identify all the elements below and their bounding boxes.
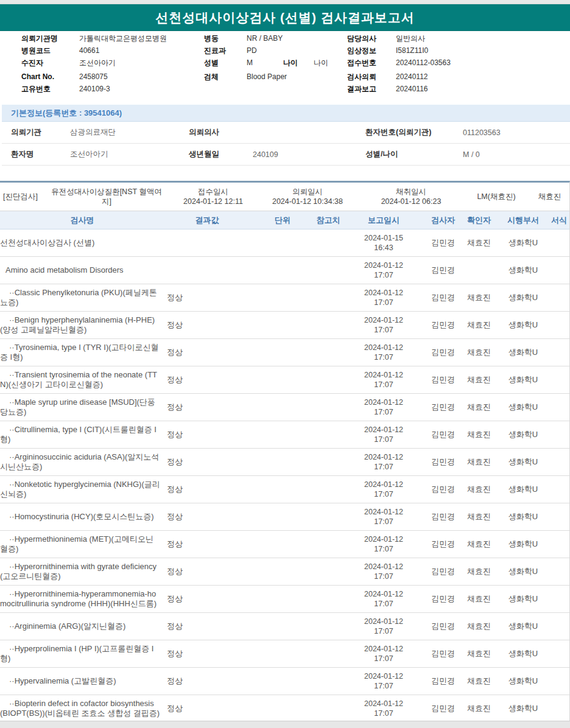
- info-label: 진료과: [204, 46, 247, 56]
- horizontal-scrollbar[interactable]: [0, 721, 570, 728]
- report-datetime-cell: 2024-01-1217:07: [341, 370, 426, 390]
- info-value: 20240112-03563: [396, 58, 451, 67]
- report-datetime-cell: 2024-01-1217:07: [341, 617, 426, 636]
- table-row: ··Maple syrup urine disease [MSUD](단풍당뇨증…: [0, 394, 569, 421]
- result-value-cell: 정상: [164, 374, 250, 385]
- tester-cell: 김민경: [426, 539, 460, 550]
- info-field: 검사의뢰20240112: [347, 71, 451, 83]
- tester-cell: 김민경: [426, 566, 460, 577]
- report-date: 2024-01-12: [341, 452, 426, 462]
- report-datetime-cell: 2024-01-1217:07: [341, 671, 426, 691]
- report-time: 17:07: [341, 298, 426, 307]
- column-header-department: 시행부서: [498, 215, 548, 226]
- report-time: 17:07: [341, 681, 426, 691]
- info-field: 담당의사일반의사: [347, 32, 451, 44]
- department-cell: 생화학U: [498, 237, 548, 248]
- report-time: 17:07: [341, 517, 426, 527]
- basic-info-label: 환자명: [11, 144, 34, 165]
- receive-datetime-label: 접수일시: [198, 187, 228, 197]
- result-value-cell: 정상: [164, 648, 250, 659]
- report-date: 2024-01-12: [341, 397, 426, 407]
- verifier-cell: 채효진: [460, 429, 498, 440]
- info-field: 임상정보I581Z11I0: [347, 44, 451, 57]
- info-value: 2458075: [79, 72, 108, 81]
- test-name-cell: ··Hyperprolinemia I (HP I)(고프롤린혈증 I형): [0, 641, 164, 667]
- department-cell: 생화학U: [498, 648, 548, 659]
- report-datetime-cell: 2024-01-1217:07: [341, 699, 426, 718]
- report-time: 17:07: [341, 572, 426, 581]
- tester-cell: 김민경: [426, 265, 460, 276]
- info-value: 20240116: [396, 85, 428, 93]
- receive-datetime: 접수일시 2024-01-12 12:11: [171, 187, 256, 206]
- results-section: [진단검사] 유전성대사이상질환[NST 혈액여지] 접수일시 2024-01-…: [0, 181, 570, 723]
- verifier-cell: 채효진: [460, 402, 498, 413]
- verifier-cell: 채효진: [460, 676, 498, 687]
- diagnostic-test-group: 유전성대사이상질환[NST 혈액여지]: [43, 187, 171, 206]
- tester-cell: 김민경: [426, 484, 460, 495]
- verifier-cell: 채효진: [460, 511, 498, 522]
- results-table-body: 선천성대사이상검사 (선별)2024-01-1516:43김민경채효진생화학UA…: [0, 229, 569, 723]
- table-row: ··Biopterin defect in cofactor biosynthe…: [0, 695, 569, 723]
- tester-cell: 김민경: [426, 593, 460, 604]
- test-name-cell: ··Tyrosinemia, type I (TYR I)(고타이로신혈증 I형…: [0, 340, 164, 365]
- tester-cell: 김민경: [426, 703, 460, 714]
- table-row: ··Hyperornithinemia with gyrate deficien…: [0, 558, 569, 586]
- department-cell: 생화학U: [498, 676, 548, 687]
- collector-name: 채효진: [530, 192, 569, 201]
- basic-info-label: 의뢰기관: [11, 122, 41, 143]
- info-value: NR / BABY: [247, 34, 283, 43]
- column-header-test-name: 검사명: [0, 215, 164, 226]
- info-label: 임상정보: [347, 46, 396, 56]
- info-field: 성별M나이나이: [204, 57, 328, 69]
- info-label: 의뢰기관명: [21, 33, 79, 44]
- header-info-col-left: 의뢰기관명가톨릭대학교은평성모병원병원코드40661수진자조선아아기Chart …: [21, 32, 167, 95]
- result-value-cell: 정상: [164, 347, 250, 358]
- report-time: 17:07: [341, 435, 426, 444]
- verifier-cell: 채효진: [460, 703, 498, 714]
- report-time: 17:07: [341, 462, 426, 472]
- report-datetime-cell: 2024-01-1217:07: [341, 452, 426, 472]
- request-datetime-value: 2024-01-12 10:34:38: [272, 197, 343, 206]
- info-label: 성별: [204, 58, 247, 68]
- report-date: 2024-01-12: [341, 699, 426, 709]
- info-field: 진료과PD: [204, 44, 328, 57]
- receive-datetime-value: 2024-01-12 12:11: [183, 197, 243, 206]
- report-datetime-cell: 2024-01-1217:07: [341, 261, 426, 280]
- result-value-cell: 정상: [164, 292, 250, 303]
- tester-cell: 김민경: [426, 320, 460, 331]
- report-date: 2024-01-12: [341, 534, 426, 544]
- test-name-cell: ··Argininemia (ARG)(알지닌혈증): [0, 618, 164, 634]
- verifier-cell: 채효진: [460, 292, 498, 303]
- report-date: 2024-01-12: [341, 507, 426, 517]
- verifier-cell: 채효진: [460, 347, 498, 358]
- column-header-reference: 참고치: [315, 215, 341, 226]
- table-row: Amino acid metabolism Disorders2024-01-1…: [0, 257, 569, 284]
- basic-info-row: 환자명조선아아기생년월일240109성별/나이M / 0: [2, 144, 570, 166]
- report-datetime-cell: 2024-01-1217:07: [341, 589, 426, 609]
- verifier-cell: 채효진: [460, 566, 498, 577]
- report-datetime-cell: 2024-01-1217:07: [341, 644, 426, 663]
- test-name-cell: ··Transient tyrosinemia of the neonate (…: [0, 367, 164, 393]
- header-info-col-right: 담당의사일반의사임상정보I581Z11I0접수번호20240112-03563검…: [347, 32, 451, 95]
- table-row: ··Homocystinuria (HCY)(호모시스틴뇨증)정상2024-01…: [0, 503, 569, 531]
- table-row: ··Hyperornithinemia-hyperammonemia-homoc…: [0, 586, 569, 613]
- department-cell: 생화학U: [498, 621, 548, 632]
- column-header-form: 서식: [548, 215, 570, 226]
- info-field: 검체Blood Paper: [204, 71, 328, 83]
- tester-cell: 김민경: [426, 374, 460, 385]
- info-value: 나이: [314, 58, 328, 68]
- info-value: 가톨릭대학교은평성모병원: [79, 33, 167, 44]
- report-time: 17:07: [341, 544, 426, 554]
- info-label: 병동: [204, 33, 247, 44]
- result-value-cell: 정상: [164, 566, 250, 577]
- table-row: ··Transient tyrosinemia of the neonate (…: [0, 366, 569, 394]
- result-value-cell: 정상: [164, 457, 250, 467]
- table-row: ··Hypervalinemia (고발린혈증)정상2024-01-1217:0…: [0, 668, 569, 695]
- result-value-cell: 정상: [164, 429, 250, 440]
- report-time: 17:07: [341, 709, 426, 718]
- test-name-cell: ··Hyperornithinemia with gyrate deficien…: [0, 559, 164, 584]
- report-datetime-cell: 2024-01-1217:07: [341, 288, 426, 307]
- verifier-cell: 채효진: [460, 621, 498, 632]
- info-value: I581Z11I0: [396, 46, 428, 55]
- report-time: 17:07: [341, 352, 426, 362]
